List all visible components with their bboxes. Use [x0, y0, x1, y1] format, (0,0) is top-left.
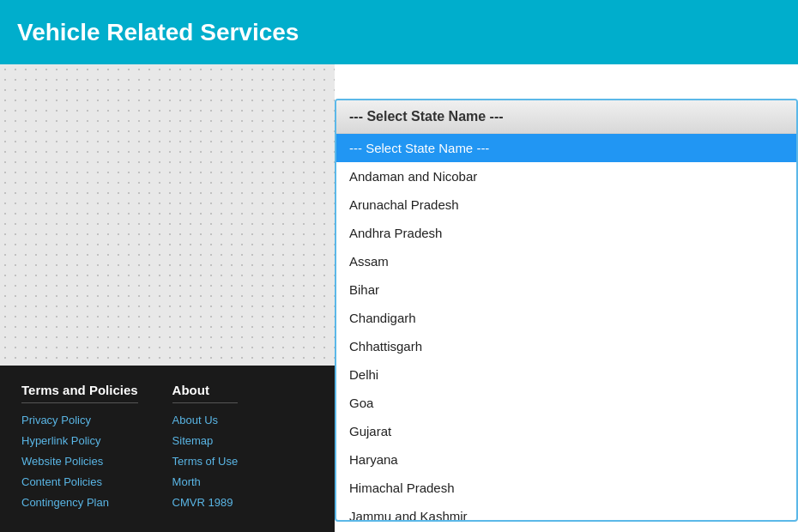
- hyperlink-policy-link[interactable]: Hyperlink Policy: [21, 434, 100, 447]
- list-item[interactable]: Website Policies: [21, 453, 138, 469]
- dropdown-option-hp[interactable]: Himachal Pradesh: [336, 474, 796, 502]
- dropdown-option-an[interactable]: Andaman and Nicobar: [336, 162, 796, 190]
- footer-columns: Terms and Policies Privacy Policy Hyperl…: [21, 383, 313, 515]
- dropdown-option-dl[interactable]: Delhi: [336, 360, 796, 389]
- privacy-policy-link[interactable]: Privacy Policy: [21, 414, 91, 426]
- list-item[interactable]: Content Policies: [21, 474, 138, 489]
- dropdown-option-ap[interactable]: Andhra Pradesh: [336, 219, 796, 247]
- website-policies-link[interactable]: Website Policies: [21, 455, 103, 468]
- dropdown-option-default[interactable]: --- Select State Name ---: [336, 134, 796, 162]
- about-us-link[interactable]: About Us: [172, 414, 218, 426]
- list-item[interactable]: Morth: [172, 474, 239, 489]
- left-panel: Terms and Policies Privacy Policy Hyperl…: [0, 64, 335, 532]
- footer-col1-links: Privacy Policy Hyperlink Policy Website …: [21, 412, 138, 510]
- page-title: Vehicle Related Services: [17, 19, 299, 46]
- dropdown-option-ar[interactable]: Arunachal Pradesh: [336, 190, 796, 219]
- dropdown-option-cg[interactable]: Chhattisgarh: [336, 332, 796, 360]
- terms-of-use-link[interactable]: Terms of Use: [172, 455, 239, 468]
- footer-col2-heading: About: [172, 383, 239, 403]
- footer-section: Terms and Policies Privacy Policy Hyperl…: [0, 366, 335, 532]
- contingency-plan-link[interactable]: Contingency Plan: [21, 496, 109, 509]
- morth-link[interactable]: Morth: [172, 475, 201, 488]
- dropdown-option-ga[interactable]: Goa: [336, 389, 796, 417]
- page-header: Vehicle Related Services: [0, 0, 798, 64]
- footer-col-terms: Terms and Policies Privacy Policy Hyperl…: [21, 383, 138, 515]
- cmvr-link[interactable]: CMVR 1989: [172, 496, 233, 509]
- footer-col1-heading: Terms and Policies: [21, 383, 138, 403]
- dropdown-header-label: --- Select State Name ---: [336, 100, 796, 134]
- list-item[interactable]: Sitemap: [172, 432, 239, 448]
- list-item[interactable]: About Us: [172, 412, 239, 427]
- dropdown-option-hr[interactable]: Haryana: [336, 445, 796, 474]
- main-content: Terms and Policies Privacy Policy Hyperl…: [0, 64, 798, 532]
- list-item[interactable]: Hyperlink Policy: [21, 432, 138, 448]
- sitemap-link[interactable]: Sitemap: [172, 434, 214, 447]
- list-item[interactable]: Terms of Use: [172, 453, 239, 469]
- dropdown-option-ch[interactable]: Chandigarh: [336, 304, 796, 332]
- right-panel: --- Select State Name --- --- Select Sta…: [335, 64, 798, 532]
- footer-col2-links: About Us Sitemap Terms of Use Morth CMVR: [172, 412, 239, 510]
- list-item[interactable]: CMVR 1989: [172, 494, 239, 510]
- state-dropdown-container: --- Select State Name --- --- Select Sta…: [335, 99, 798, 522]
- dropdown-option-jk[interactable]: Jammu and Kashmir: [336, 502, 796, 520]
- dropdown-option-br[interactable]: Bihar: [336, 275, 796, 304]
- list-item[interactable]: Contingency Plan: [21, 494, 138, 510]
- dropdown-option-gj[interactable]: Gujarat: [336, 417, 796, 445]
- state-dropdown-list[interactable]: --- Select State Name --- Andaman and Ni…: [336, 134, 796, 520]
- dropdown-option-as[interactable]: Assam: [336, 247, 796, 275]
- list-item[interactable]: Privacy Policy: [21, 412, 138, 427]
- decorative-background: [0, 64, 335, 366]
- footer-col-about: About About Us Sitemap Terms of Use Mort…: [172, 383, 239, 515]
- content-policies-link[interactable]: Content Policies: [21, 475, 102, 488]
